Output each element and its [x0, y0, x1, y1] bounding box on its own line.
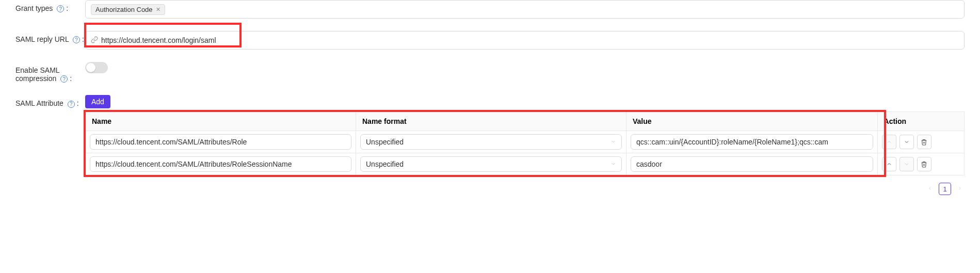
- move-up-button[interactable]: [882, 157, 896, 171]
- trash-icon: [921, 139, 927, 146]
- trash-icon: [921, 161, 927, 168]
- delete-button[interactable]: [917, 135, 931, 149]
- chevron-left-icon: [927, 186, 933, 191]
- help-icon[interactable]: ?: [68, 101, 75, 108]
- colon: :: [66, 4, 68, 12]
- column-header-value: Value: [626, 112, 878, 131]
- delete-button[interactable]: [917, 157, 931, 171]
- column-header-action: Action: [877, 112, 964, 131]
- saml-attribute-control: Add Name Name format Value Action: [85, 95, 965, 195]
- close-icon[interactable]: ✕: [156, 6, 160, 13]
- attribute-name-input[interactable]: [90, 134, 351, 150]
- chevron-down-icon: [904, 161, 910, 167]
- select-value: Unspecified: [366, 160, 404, 168]
- saml-attribute-row: SAML Attribute ? : Add Name Name format …: [15, 95, 965, 195]
- action-buttons: [882, 157, 960, 171]
- move-up-button: [882, 135, 896, 149]
- colon: :: [77, 99, 79, 107]
- grant-types-label-text: Grant types: [15, 4, 53, 12]
- enable-saml-compression-label-text: Enable SAML compression: [15, 66, 59, 83]
- saml-reply-url-input-wrapper: [85, 31, 965, 50]
- help-icon[interactable]: ?: [57, 5, 64, 12]
- move-down-button: [899, 157, 914, 171]
- chevron-down-icon: [904, 139, 910, 145]
- saml-attribute-label: SAML Attribute ? :: [15, 95, 85, 107]
- saml-attribute-table: Name Name format Value Action Unspecifi: [85, 111, 965, 175]
- grant-type-tag-text: Authorization Code: [95, 6, 153, 13]
- chevron-up-icon: [886, 139, 892, 145]
- enable-saml-compression-label: Enable SAML compression ? :: [15, 62, 85, 83]
- grant-types-row: Grant types ? : Authorization Code ✕: [15, 0, 965, 19]
- enable-saml-compression-row: Enable SAML compression ? :: [15, 62, 965, 83]
- add-button[interactable]: Add: [85, 95, 110, 108]
- link-icon: [91, 36, 98, 45]
- chevron-up-icon: [886, 161, 892, 167]
- enable-saml-compression-control: [85, 62, 965, 73]
- select-value: Unspecified: [366, 138, 404, 146]
- column-header-name: Name: [86, 112, 356, 131]
- move-down-button[interactable]: [899, 135, 914, 149]
- toggle-knob: [86, 63, 95, 72]
- pagination-next: [955, 184, 965, 194]
- pagination: 1: [85, 183, 965, 195]
- attribute-name-format-select[interactable]: Unspecified: [360, 134, 622, 150]
- chevron-right-icon: [957, 186, 962, 191]
- colon: :: [70, 74, 72, 83]
- saml-attribute-label-text: SAML Attribute: [15, 99, 63, 107]
- attribute-name-format-select[interactable]: Unspecified: [360, 156, 622, 172]
- attribute-value-input[interactable]: [631, 156, 873, 172]
- chevron-down-icon: [611, 161, 616, 168]
- chevron-down-icon: [611, 139, 616, 146]
- enable-saml-compression-toggle[interactable]: [85, 62, 108, 73]
- table-row: Unspecified: [86, 131, 965, 153]
- saml-reply-url-label-text: SAML reply URL: [15, 35, 69, 43]
- saml-attribute-table-wrapper: Name Name format Value Action Unspecifi: [85, 111, 965, 175]
- saml-reply-url-input[interactable]: [101, 36, 959, 44]
- pagination-page-1[interactable]: 1: [939, 183, 951, 195]
- saml-reply-url-label: SAML reply URL ? :: [15, 31, 85, 43]
- attribute-value-input[interactable]: [631, 134, 873, 150]
- saml-reply-url-row: SAML reply URL ? :: [15, 31, 965, 50]
- column-header-name-format: Name format: [356, 112, 626, 131]
- grant-types-label: Grant types ? :: [15, 0, 85, 12]
- saml-reply-url-control: [85, 31, 965, 50]
- table-header-row: Name Name format Value Action: [86, 112, 965, 131]
- help-icon[interactable]: ?: [60, 75, 68, 83]
- table-row: Unspecified: [86, 153, 965, 175]
- help-icon[interactable]: ?: [73, 36, 80, 43]
- grant-types-input[interactable]: Authorization Code ✕: [85, 0, 965, 19]
- pagination-prev: [925, 184, 935, 194]
- grant-type-tag: Authorization Code ✕: [91, 4, 165, 15]
- attribute-name-input[interactable]: [90, 156, 351, 172]
- colon: :: [82, 35, 84, 43]
- action-buttons: [882, 135, 960, 149]
- grant-types-control: Authorization Code ✕: [85, 0, 965, 19]
